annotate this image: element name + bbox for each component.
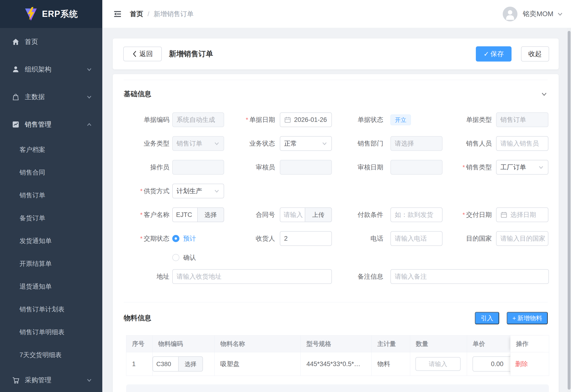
user-icon [12,66,19,73]
check-icon: ✓ [483,50,489,58]
supply-mode-label: 供货方式 [124,179,169,203]
customer-input[interactable]: EJTC [172,207,197,222]
sidebar-item-org[interactable]: 组织架构 [0,56,102,83]
sidebar-collapse-icon[interactable] [113,10,122,18]
user-name: 铭奕MOM [523,9,553,19]
app-title: ERP系统 [42,8,78,20]
sidebar-item-return-notice[interactable]: 退货通知单 [0,275,102,298]
row-price-cell: 0.00 [467,352,510,376]
add-material-button[interactable]: + 新增物料 [507,312,548,324]
auditor-label: 审核员 [219,155,275,179]
doc-type-input: 销售订单 [496,112,548,127]
sidebar-item-master-data[interactable]: 主数据 [0,83,102,111]
form-row-2: 业务类型 销售订单 业务状态 正常 销售部门 请选择 销售人员 [124,132,548,155]
topbar: 首页 / 新增销售订单 铭奕MOM [102,0,571,28]
contract-no-input[interactable]: 请输入 [280,207,305,222]
dest-country-label: 目的国家 [433,227,492,251]
fold-button[interactable]: 收起 [521,46,549,62]
receiver-input[interactable]: 2 [280,231,332,246]
customer-field: EJTC 选择 [172,207,224,222]
dest-country-input[interactable]: 请输入目的国家 [496,231,548,246]
row-name: 吸塑盘 [215,352,301,376]
sidebar-item-sales-contract[interactable]: 销售合同 [0,161,102,184]
col-header-code: 物料编码 [152,336,215,352]
biz-type-label: 业务类型 [124,132,169,155]
breadcrumb-home[interactable]: 首页 [130,10,143,18]
form-row-7: 地址 请输入收货地址 备注信息 请输入备注 [124,265,548,288]
doc-code-label: 单据编码 [124,108,169,132]
chevron-up-icon [86,121,92,127]
sales-type-select[interactable]: 工厂订单 [496,160,548,175]
back-button[interactable]: 返回 [123,47,162,61]
sidebar-item-stock-order[interactable]: 备货订单 [0,207,102,229]
section-divider [124,302,548,302]
radio-unchecked-icon [172,254,179,261]
doc-status-badge: 开立 [391,114,411,125]
qty-input[interactable]: 请输入 [415,357,461,371]
cart-icon [12,376,19,384]
delivery-date-picker[interactable]: 选择日期 [496,207,548,222]
form-row-6b: 确认 [124,251,548,265]
order-form-card: 基础信息 单据编码 系统自动生成 单据日期 2026-01-26 [113,74,559,392]
next-section-placeholder [126,384,549,392]
material-code-select-button[interactable]: 选择 [178,356,203,372]
sidebar-item-sales-order-plan[interactable]: 销售订单计划表 [0,298,102,321]
biz-type-select: 销售订单 [172,136,224,151]
form-row-1: 单据编码 系统自动生成 单据日期 2026-01-26 单据状态 开立 单据类型 [124,108,548,132]
card-top-divider [124,74,548,80]
delete-row-link[interactable]: 删除 [515,360,528,368]
doc-date-picker[interactable]: 2026-01-26 [280,112,332,127]
form-row-6: 交期状态 预计 收货人 2 电话 请输入电话 目的国家 请输入目的国家 [124,227,548,251]
sidebar-item-sales-mgmt[interactable]: 销售管理 [0,111,102,138]
sidebar-item-sales-order-detail[interactable]: 销售订单明细表 [0,321,102,344]
main-content: 返回 新增销售订单 ✓ 保存 收起 基础信息 单据编码 系统自动生成 [102,28,571,392]
chevron-down-icon [557,11,563,17]
row-spec: 445*345*33*0.5*… [301,352,372,376]
chart-icon [12,121,19,128]
delivery-status-radio-expected[interactable]: 预计 [172,227,196,251]
sidebar-item-customer-archive[interactable]: 客户档案 [0,138,102,161]
doc-status-label: 单据状态 [326,108,383,132]
biz-status-label: 业务状态 [219,132,275,155]
col-header-spec: 型号规格 [301,336,372,352]
phone-label: 电话 [326,227,383,251]
import-button[interactable]: 引入 [475,312,499,324]
basic-info-title: 基础信息 [124,89,151,99]
breadcrumb-current: 新增销售订单 [154,10,194,18]
delivery-status-radio-confirmed[interactable]: 确认 [172,251,196,265]
material-info-title: 物料信息 [124,313,475,323]
user-menu[interactable]: 铭奕MOM [503,7,563,21]
col-header-seq: 序号 [126,336,152,352]
sidebar-item-purchase-mgmt[interactable]: 采购管理 [0,366,102,392]
sidebar-item-invoice-settlement[interactable]: 开票结算单 [0,252,102,275]
scrollbar-thumb[interactable] [568,31,571,390]
col-header-qty: 数量 [410,336,467,352]
chevron-left-icon [132,50,137,57]
sidebar-item-home[interactable]: 首页 [0,28,102,56]
sales-person-input[interactable]: 请输入销售员 [496,136,548,151]
section-collapse-icon[interactable] [541,91,548,98]
biz-status-select[interactable]: 正常 [280,136,332,151]
sidebar-item-7day-delivery-detail[interactable]: 7天交货明细表 [0,344,102,366]
sidebar-item-shipping-notice[interactable]: 发货通知单 [0,229,102,252]
address-input[interactable]: 请输入收货地址 [172,269,332,284]
sales-person-label: 销售人员 [433,132,492,155]
logo-bolt-icon [24,7,38,21]
delivery-status-label: 交期状态 [124,227,169,251]
material-code-input[interactable]: C380 [152,356,178,372]
remark-input[interactable]: 请输入备注 [391,269,549,284]
sidebar-item-sales-order[interactable]: 销售订单 [0,184,102,207]
app-logo: ERP系统 [0,0,102,28]
save-button[interactable]: ✓ 保存 [476,46,511,62]
row-qty-cell: 请输入 [410,352,467,376]
price-input[interactable]: 0.00 [472,356,515,372]
calendar-icon [284,116,291,123]
chevron-down-icon [214,188,220,194]
operator-label: 操作员 [124,155,169,179]
bag-icon [12,93,19,101]
doc-date-label: 单据日期 [219,108,275,132]
form-row-5: 客户名称 EJTC 选择 合同号 请输入 上传 付款条件 如：款到发货 [124,203,548,227]
customer-label: 客户名称 [124,203,169,227]
row-code-cell: C380 选择 [152,352,215,376]
supply-mode-select[interactable]: 计划生产 [172,184,224,198]
